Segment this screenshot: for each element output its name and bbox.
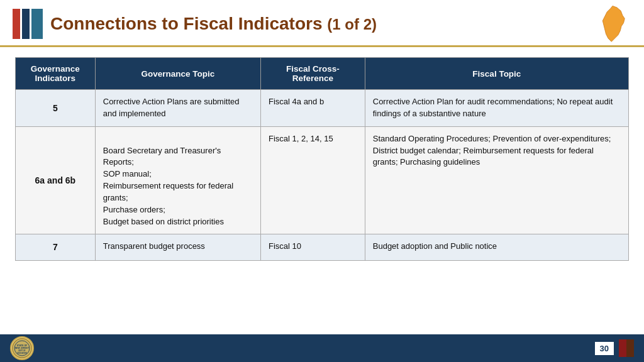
table-row: 7 Transparent budget process Fiscal 10 B…: [16, 234, 629, 260]
accent-teal: [31, 9, 43, 39]
accent-red: [13, 9, 20, 39]
svg-text:DEPT OF: DEPT OF: [18, 349, 25, 352]
main-content: Governance Indicators Governance Topic F…: [0, 47, 644, 271]
fiscal-indicators-table: Governance Indicators Governance Topic F…: [15, 57, 629, 261]
svg-text:NEW JERSEY: NEW JERSEY: [15, 347, 30, 349]
table-header: Governance Indicators Governance Topic F…: [16, 58, 629, 90]
table-body: 5 Corrective Action Plans are submitted …: [16, 90, 629, 261]
nj-state-shape: [594, 3, 631, 47]
fiscal-cross-ref-cell: Fiscal 10: [261, 234, 365, 260]
indicator-number: 6a and 6b: [16, 126, 96, 234]
indicator-number: 7: [16, 234, 96, 260]
fiscal-topic-cell: Standard Operating Procedures; Preventio…: [365, 126, 628, 234]
title-main: Connections to Fiscal Indicators: [50, 14, 323, 33]
table-header-row: Governance Indicators Governance Topic F…: [16, 58, 629, 90]
slide-header: Connections to Fiscal Indicators (1 of 2…: [0, 0, 644, 47]
governance-topic-cell: Corrective Action Plans are submitted an…: [95, 90, 260, 127]
table-row: 5 Corrective Action Plans are submitted …: [16, 90, 629, 127]
page-number: 30: [595, 342, 614, 355]
fiscal-cross-ref-cell: Fiscal 4a and b: [261, 90, 365, 127]
footer-logo: STATE OF NEW JERSEY DEPT OF EDUCATION: [10, 336, 34, 360]
accent-darkblue: [22, 9, 30, 39]
governance-topic-cell: Transparent budget process: [95, 234, 260, 260]
slide-title: Connections to Fiscal Indicators (1 of 2…: [50, 14, 631, 34]
footer-accent-brown: [626, 339, 634, 357]
col-header-fiscal-cross-ref: Fiscal Cross-Reference: [261, 58, 365, 90]
governance-topic-cell: Board Secretary and Treasurer's Reports;…: [95, 126, 260, 234]
footer-accent-blocks: [619, 339, 634, 357]
footer-logo-area: STATE OF NEW JERSEY DEPT OF EDUCATION: [10, 336, 34, 360]
col-header-indicators: Governance Indicators: [16, 58, 96, 90]
col-header-fiscal-topic: Fiscal Topic: [365, 58, 628, 90]
footer-accent-red: [619, 339, 626, 357]
indicator-number: 5: [16, 90, 96, 127]
title-subtitle: (1 of 2): [327, 16, 377, 33]
col-header-governance-topic: Governance Topic: [95, 58, 260, 90]
footer-right: 30: [595, 339, 634, 357]
svg-text:EDUCATION: EDUCATION: [18, 352, 27, 354]
header-accent-bars: [13, 9, 43, 39]
slide-footer: STATE OF NEW JERSEY DEPT OF EDUCATION 30: [0, 334, 644, 362]
fiscal-topic-cell: Budget adoption and Public notice: [365, 234, 628, 260]
fiscal-topic-cell: Corrective Action Plan for audit recomme…: [365, 90, 628, 127]
svg-text:STATE OF: STATE OF: [17, 344, 27, 347]
table-row: 6a and 6b Board Secretary and Treasurer'…: [16, 126, 629, 234]
fiscal-cross-ref-cell: Fiscal 1, 2, 14, 15: [261, 126, 365, 234]
